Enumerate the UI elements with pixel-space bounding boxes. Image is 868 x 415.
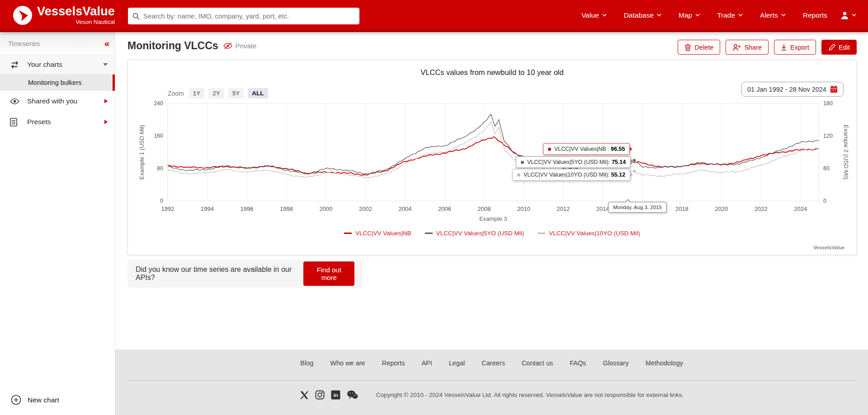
footer-link-legal[interactable]: Legal <box>449 359 465 367</box>
x-tick-label: 2006 <box>438 205 451 212</box>
sidebar-item-label: Shared with you <box>27 97 77 105</box>
caret-down-icon <box>103 63 108 66</box>
sidebar-item-monitoring-bulkers[interactable]: Monitoring bulkers <box>0 75 115 91</box>
download-icon <box>781 44 787 51</box>
edit-button[interactable]: Edit <box>821 40 857 55</box>
date-range-picker[interactable]: 01 Jan 1992 - 28 Nov 2024 <box>741 82 844 97</box>
instagram-icon[interactable] <box>315 390 325 400</box>
find-out-more-button[interactable]: Find out more <box>303 261 354 286</box>
sidebar-item-shared-with-you[interactable]: Shared with you <box>0 91 115 112</box>
trash-icon <box>684 44 691 51</box>
x-axis-label: Example 3 <box>168 215 819 222</box>
brand-name: VesselsValue <box>37 5 115 18</box>
sidebar: Timeseries « Your chartsMonitoring bulke… <box>0 32 115 415</box>
hover-tooltip-row: VLCC|VV Values|NB : 96.55 <box>543 143 630 155</box>
plus-circle-icon <box>11 395 21 405</box>
nav-item-database[interactable]: Database <box>624 11 661 19</box>
api-banner: Did you know our time series are availab… <box>127 260 363 288</box>
page-actions: Delete Share Export Edit <box>678 40 857 55</box>
collapse-sidebar-icon[interactable]: « <box>104 38 109 49</box>
sidebar-item-your-charts[interactable]: Your charts <box>0 55 115 75</box>
nav-item-alerts[interactable]: Alerts <box>760 11 786 19</box>
nav-item-value[interactable]: Value <box>581 11 607 19</box>
hover-tooltip-row: VLCC|VV Values|10YO (USD Mil): 55.12 <box>512 169 630 181</box>
chart-watermark: VesselsValue <box>813 245 844 250</box>
x-tick-label: 1998 <box>280 205 293 212</box>
chart-card: 1992199419961998200020022004200620082010… <box>127 60 857 255</box>
footer-link-contact-us[interactable]: Contact us <box>522 359 553 367</box>
series-line[interactable] <box>168 122 819 178</box>
search-input[interactable] <box>143 12 355 20</box>
y1-tick-label: 240 <box>154 100 163 107</box>
privacy-label: Private <box>236 42 257 50</box>
app-root: VesselsValue Veson Nautical ValueDatabas… <box>0 0 868 415</box>
export-button[interactable]: Export <box>774 40 816 55</box>
new-chart-button[interactable]: New chart <box>11 395 59 405</box>
share-button[interactable]: Share <box>726 40 769 55</box>
plot-border <box>168 103 819 201</box>
footer-link-methodology[interactable]: Methodology <box>646 359 683 367</box>
chevron-down-icon <box>781 14 786 17</box>
zoom-option-5y[interactable]: 5Y <box>228 88 244 98</box>
sidebar-item-label: Monitoring bulkers <box>28 79 81 86</box>
chevron-down-icon <box>695 14 700 17</box>
x-tick-label: 2000 <box>319 205 332 212</box>
sidebar-item-label: Presets <box>27 118 51 126</box>
nav-item-map[interactable]: Map <box>679 11 700 19</box>
sidebar-item-presets[interactable]: Presets <box>0 112 115 132</box>
caret-right-icon <box>104 99 108 103</box>
page-title: Monitoring VLCCs <box>127 40 218 52</box>
x-tick-label: 2022 <box>755 205 768 212</box>
nav-item-reports[interactable]: Reports <box>803 11 827 19</box>
y1-tick-label: 0 <box>160 198 163 204</box>
zoom-option-all[interactable]: ALL <box>248 88 268 98</box>
calendar-icon <box>830 85 838 93</box>
legend-item[interactable]: VLCC|VV Values|5YO (USD Mil) <box>425 230 524 237</box>
top-navbar: VesselsValue Veson Nautical ValueDatabas… <box>0 0 868 32</box>
list-icon <box>10 118 17 126</box>
new-chart-label: New chart <box>28 396 59 404</box>
svg-text:in: in <box>333 392 338 398</box>
zoom-option-2y[interactable]: 2Y <box>208 88 224 98</box>
linkedin-icon[interactable]: in <box>331 390 340 400</box>
zoom-option-1y[interactable]: 1Y <box>189 88 205 98</box>
x-tick-label: 2014 <box>596 205 609 212</box>
swap-arrows-icon <box>10 61 19 69</box>
nav-item-trade[interactable]: Trade <box>717 11 743 19</box>
hover-marker <box>633 170 636 173</box>
eye-off-icon <box>223 42 233 50</box>
y2-tick-label: 0 <box>823 198 826 204</box>
user-menu[interactable] <box>840 0 856 30</box>
legend-item[interactable]: VLCC|VV Values|NB <box>344 230 411 237</box>
api-banner-text: Did you know our time series are availab… <box>136 266 297 282</box>
eye-icon <box>10 98 19 105</box>
legend-item[interactable]: VLCC|VV Values|10YO (USD Mil) <box>538 230 640 237</box>
delete-button[interactable]: Delete <box>678 40 720 55</box>
footer-link-faqs[interactable]: FAQs <box>570 359 586 367</box>
privacy-badge: Private <box>223 42 257 50</box>
y1-axis-label: Example 1 (USD Mil) <box>138 125 145 179</box>
footer-link-reports[interactable]: Reports <box>382 359 405 367</box>
series-line[interactable] <box>168 137 819 176</box>
brand-logo[interactable]: VesselsValue Veson Nautical <box>13 5 115 25</box>
x-tick-label: 2012 <box>557 205 570 212</box>
footer-link-api[interactable]: API <box>421 359 432 367</box>
hover-tooltip-row: VLCC|VV Values|5YO (USD Mil): 75.14 <box>516 156 631 168</box>
x-tick-label: 2004 <box>398 205 411 212</box>
caret-right-icon <box>104 120 108 124</box>
global-search[interactable] <box>128 8 359 24</box>
chart-title: VLCCs values from newbuild to 10 year ol… <box>128 68 856 77</box>
wechat-icon[interactable] <box>347 390 358 400</box>
user-icon <box>840 11 849 20</box>
y2-tick-label: 180 <box>823 100 833 107</box>
copyright-text: Copyright © 2010 - 2024 VesselsValue Ltd… <box>376 392 684 398</box>
chevron-down-icon <box>852 14 856 17</box>
y2-tick-label: 60 <box>823 165 830 172</box>
x-twitter-icon[interactable] <box>300 391 309 400</box>
footer-link-blog[interactable]: Blog <box>300 359 313 367</box>
footer-link-who-we-are[interactable]: Who we are <box>330 359 365 367</box>
series-line[interactable] <box>168 114 819 174</box>
zoom-controls: Zoom 1Y2Y5YALL <box>168 88 268 98</box>
footer-link-careers[interactable]: Careers <box>481 359 505 367</box>
footer-link-glossary[interactable]: Glossary <box>603 359 628 367</box>
